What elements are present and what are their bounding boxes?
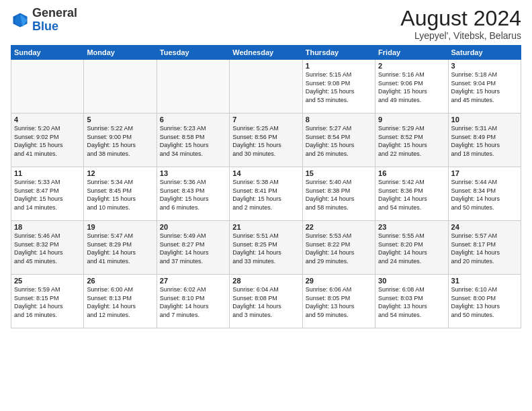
- day-number: 3: [451, 62, 518, 70]
- calendar-day-cell: 10Sunrise: 5:31 AM Sunset: 8:49 PM Dayli…: [448, 113, 521, 167]
- calendar-day-cell: 21Sunrise: 5:51 AM Sunset: 8:25 PM Dayli…: [230, 221, 302, 275]
- calendar-day-cell: 31Sunrise: 6:10 AM Sunset: 8:00 PM Dayli…: [448, 275, 521, 328]
- day-info: Sunrise: 5:22 AM Sunset: 9:00 PM Dayligh…: [87, 124, 153, 158]
- calendar-day-cell: 25Sunrise: 5:59 AM Sunset: 8:15 PM Dayli…: [11, 275, 84, 328]
- weekday-header-cell: Friday: [375, 46, 448, 60]
- calendar-table: SundayMondayTuesdayWednesdayThursdayFrid…: [11, 45, 521, 328]
- calendar-day-cell: 2Sunrise: 5:16 AM Sunset: 9:06 PM Daylig…: [375, 60, 448, 113]
- day-number: 4: [14, 116, 81, 124]
- day-info: Sunrise: 5:23 AM Sunset: 8:58 PM Dayligh…: [160, 124, 226, 158]
- day-info: Sunrise: 5:55 AM Sunset: 8:20 PM Dayligh…: [378, 232, 445, 265]
- calendar-week-row: 18Sunrise: 5:46 AM Sunset: 8:32 PM Dayli…: [11, 221, 521, 275]
- day-info: Sunrise: 6:04 AM Sunset: 8:08 PM Dayligh…: [232, 285, 299, 319]
- calendar-day-cell: 30Sunrise: 6:08 AM Sunset: 8:03 PM Dayli…: [375, 275, 448, 328]
- calendar-day-cell: 18Sunrise: 5:46 AM Sunset: 8:32 PM Dayli…: [11, 221, 84, 275]
- day-info: Sunrise: 5:40 AM Sunset: 8:38 PM Dayligh…: [306, 178, 372, 212]
- day-number: 2: [378, 62, 445, 70]
- weekday-header-cell: Saturday: [448, 46, 521, 60]
- calendar-day-cell: 1Sunrise: 5:15 AM Sunset: 9:08 PM Daylig…: [302, 60, 375, 113]
- day-number: 16: [378, 169, 445, 177]
- day-number: 18: [14, 223, 81, 231]
- day-number: 25: [14, 277, 81, 285]
- logo-icon: [11, 11, 30, 30]
- calendar-day-cell: 24Sunrise: 5:57 AM Sunset: 8:17 PM Dayli…: [448, 221, 521, 275]
- month-year: August 2024: [400, 7, 521, 30]
- calendar-day-cell: 28Sunrise: 6:04 AM Sunset: 8:08 PM Dayli…: [230, 275, 302, 328]
- day-info: Sunrise: 5:44 AM Sunset: 8:34 PM Dayligh…: [451, 178, 518, 212]
- day-info: Sunrise: 5:38 AM Sunset: 8:41 PM Dayligh…: [232, 178, 299, 212]
- day-number: 12: [87, 169, 153, 177]
- header: General Blue August 2024 Lyepyel', Viteb…: [11, 7, 521, 41]
- calendar-day-cell: [11, 60, 84, 113]
- day-number: 7: [232, 116, 299, 124]
- calendar-day-cell: 17Sunrise: 5:44 AM Sunset: 8:34 PM Dayli…: [448, 167, 521, 221]
- day-info: Sunrise: 6:10 AM Sunset: 8:00 PM Dayligh…: [451, 285, 518, 319]
- day-number: 24: [451, 223, 518, 231]
- day-number: 13: [160, 169, 226, 177]
- day-number: 10: [451, 116, 518, 124]
- calendar-week-row: 1Sunrise: 5:15 AM Sunset: 9:08 PM Daylig…: [11, 60, 521, 113]
- day-info: Sunrise: 6:02 AM Sunset: 8:10 PM Dayligh…: [160, 285, 226, 319]
- calendar-day-cell: 7Sunrise: 5:25 AM Sunset: 8:56 PM Daylig…: [230, 113, 302, 167]
- calendar-day-cell: 14Sunrise: 5:38 AM Sunset: 8:41 PM Dayli…: [230, 167, 302, 221]
- day-info: Sunrise: 5:47 AM Sunset: 8:29 PM Dayligh…: [87, 232, 153, 265]
- logo-area: General Blue: [11, 7, 77, 34]
- calendar-page: General Blue August 2024 Lyepyel', Viteb…: [0, 0, 532, 411]
- calendar-day-cell: 12Sunrise: 5:34 AM Sunset: 8:45 PM Dayli…: [84, 167, 157, 221]
- day-info: Sunrise: 6:08 AM Sunset: 8:03 PM Dayligh…: [378, 285, 445, 319]
- day-info: Sunrise: 5:15 AM Sunset: 9:08 PM Dayligh…: [306, 71, 372, 104]
- weekday-header-cell: Sunday: [11, 46, 84, 60]
- day-info: Sunrise: 5:31 AM Sunset: 8:49 PM Dayligh…: [451, 124, 518, 158]
- day-number: 20: [160, 223, 226, 231]
- weekday-header-cell: Wednesday: [230, 46, 302, 60]
- calendar-week-row: 4Sunrise: 5:20 AM Sunset: 9:02 PM Daylig…: [11, 113, 521, 167]
- day-number: 9: [378, 116, 445, 124]
- calendar-day-cell: 5Sunrise: 5:22 AM Sunset: 9:00 PM Daylig…: [84, 113, 157, 167]
- day-info: Sunrise: 5:51 AM Sunset: 8:25 PM Dayligh…: [232, 232, 299, 265]
- calendar-day-cell: 20Sunrise: 5:49 AM Sunset: 8:27 PM Dayli…: [157, 221, 229, 275]
- day-number: 1: [306, 62, 372, 70]
- day-number: 21: [232, 223, 299, 231]
- weekday-header-cell: Monday: [84, 46, 157, 60]
- day-info: Sunrise: 5:49 AM Sunset: 8:27 PM Dayligh…: [160, 232, 226, 265]
- calendar-day-cell: 13Sunrise: 5:36 AM Sunset: 8:43 PM Dayli…: [157, 167, 229, 221]
- day-info: Sunrise: 6:06 AM Sunset: 8:05 PM Dayligh…: [306, 285, 372, 319]
- weekday-header-row: SundayMondayTuesdayWednesdayThursdayFrid…: [11, 46, 521, 60]
- day-info: Sunrise: 5:46 AM Sunset: 8:32 PM Dayligh…: [14, 232, 81, 265]
- day-number: 14: [232, 169, 299, 177]
- calendar-day-cell: 19Sunrise: 5:47 AM Sunset: 8:29 PM Dayli…: [84, 221, 157, 275]
- title-area: August 2024 Lyepyel', Vitebsk, Belarus: [400, 7, 521, 41]
- day-info: Sunrise: 5:42 AM Sunset: 8:36 PM Dayligh…: [378, 178, 445, 212]
- weekday-header-cell: Tuesday: [157, 46, 229, 60]
- calendar-day-cell: 15Sunrise: 5:40 AM Sunset: 8:38 PM Dayli…: [302, 167, 375, 221]
- day-info: Sunrise: 5:18 AM Sunset: 9:04 PM Dayligh…: [451, 71, 518, 104]
- day-info: Sunrise: 5:34 AM Sunset: 8:45 PM Dayligh…: [87, 178, 153, 212]
- day-info: Sunrise: 5:33 AM Sunset: 8:47 PM Dayligh…: [14, 178, 81, 212]
- day-number: 30: [378, 277, 445, 285]
- day-number: 15: [306, 169, 372, 177]
- weekday-header-cell: Thursday: [302, 46, 375, 60]
- day-number: 5: [87, 116, 153, 124]
- day-info: Sunrise: 5:27 AM Sunset: 8:54 PM Dayligh…: [306, 124, 372, 158]
- calendar-day-cell: [84, 60, 157, 113]
- calendar-day-cell: 27Sunrise: 6:02 AM Sunset: 8:10 PM Dayli…: [157, 275, 229, 328]
- day-info: Sunrise: 5:16 AM Sunset: 9:06 PM Dayligh…: [378, 71, 445, 104]
- calendar-day-cell: 9Sunrise: 5:29 AM Sunset: 8:52 PM Daylig…: [375, 113, 448, 167]
- day-info: Sunrise: 5:25 AM Sunset: 8:56 PM Dayligh…: [232, 124, 299, 158]
- calendar-day-cell: 4Sunrise: 5:20 AM Sunset: 9:02 PM Daylig…: [11, 113, 84, 167]
- day-number: 8: [306, 116, 372, 124]
- logo-blue: Blue: [32, 19, 58, 33]
- calendar-day-cell: 8Sunrise: 5:27 AM Sunset: 8:54 PM Daylig…: [302, 113, 375, 167]
- day-info: Sunrise: 5:53 AM Sunset: 8:22 PM Dayligh…: [306, 232, 372, 265]
- logo-text: General Blue: [32, 7, 77, 34]
- day-info: Sunrise: 5:57 AM Sunset: 8:17 PM Dayligh…: [451, 232, 518, 265]
- day-number: 19: [87, 223, 153, 231]
- calendar-day-cell: [157, 60, 229, 113]
- day-number: 29: [306, 277, 372, 285]
- day-number: 26: [87, 277, 153, 285]
- day-number: 28: [232, 277, 299, 285]
- location: Lyepyel', Vitebsk, Belarus: [400, 30, 521, 41]
- day-number: 11: [14, 169, 81, 177]
- calendar-week-row: 11Sunrise: 5:33 AM Sunset: 8:47 PM Dayli…: [11, 167, 521, 221]
- day-info: Sunrise: 5:59 AM Sunset: 8:15 PM Dayligh…: [14, 285, 81, 319]
